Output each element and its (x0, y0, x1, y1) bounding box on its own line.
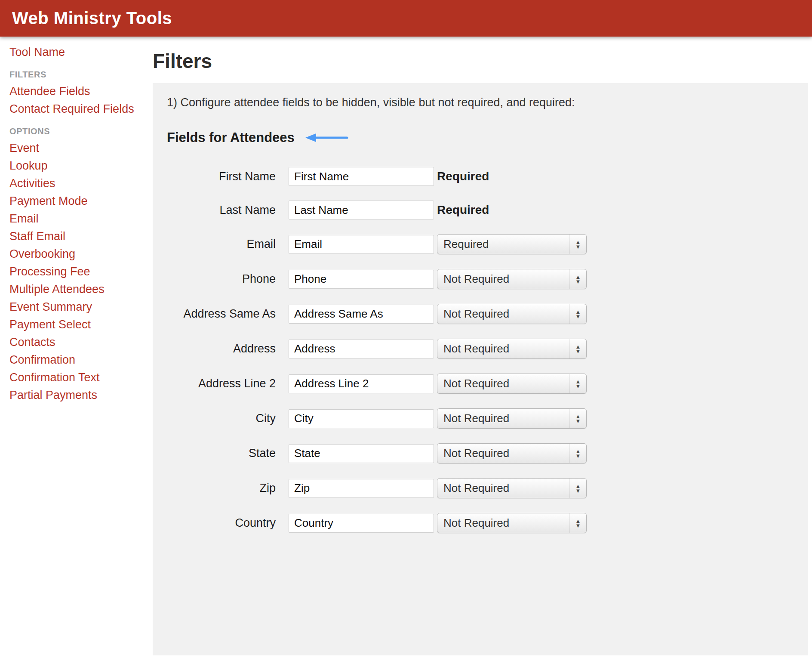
instruction-text: 1) Configure attendee fields to be hidde… (167, 96, 790, 109)
select-stepper-icon: ▲▼ (569, 479, 586, 498)
sidebar-item-staff-email[interactable]: Staff Email (9, 228, 148, 245)
attendee-field-row: City Not Required▲▼ (167, 408, 790, 429)
select-stepper-icon: ▲▼ (569, 304, 586, 324)
attendee-field-row: Email Required▲▼ (167, 234, 790, 254)
input-address-line-2[interactable] (289, 374, 434, 393)
sidebar-item-payment-select[interactable]: Payment Select (9, 316, 148, 334)
field-status: Not Required▲▼ (437, 304, 587, 324)
field-label: City (167, 412, 276, 425)
sidebar-item-partial-payments[interactable]: Partial Payments (9, 386, 148, 404)
select-stepper-icon: ▲▼ (569, 269, 586, 289)
app-header: Web Ministry Tools (0, 0, 812, 37)
required-select-zip[interactable]: Not Required▲▼ (437, 478, 587, 498)
field-status: Required (437, 170, 489, 183)
required-select-country[interactable]: Not Required▲▼ (437, 513, 587, 533)
field-label: Last Name (167, 204, 276, 217)
required-select-address[interactable]: Not Required▲▼ (437, 339, 587, 359)
attendee-field-row: Zip Not Required▲▼ (167, 478, 790, 498)
sidebar-item-contacts[interactable]: Contacts (9, 334, 148, 351)
required-label: Required (437, 203, 489, 217)
select-value: Not Required (443, 307, 569, 321)
sidebar-item-confirmation[interactable]: Confirmation (9, 351, 148, 369)
sidebar-item-contact-required-fields[interactable]: Contact Required Fields (9, 100, 148, 118)
select-value: Not Required (443, 412, 569, 425)
sidebar-heading-filters: FILTERS (9, 70, 148, 80)
attendee-field-row: Last Name Required (167, 201, 790, 219)
attendee-field-row: Country Not Required▲▼ (167, 513, 790, 533)
input-zip[interactable] (289, 479, 434, 498)
attendee-field-row: State Not Required▲▼ (167, 443, 790, 463)
attendee-field-row: Address Line 2 Not Required▲▼ (167, 374, 790, 394)
attendee-field-row: Phone Not Required▲▼ (167, 269, 790, 289)
sidebar-item-activities[interactable]: Activities (9, 175, 148, 192)
field-label: Address Same As (167, 307, 276, 321)
select-value: Not Required (443, 272, 569, 286)
left-arrow-icon (304, 132, 349, 143)
sidebar-heading-options: OPTIONS (9, 127, 148, 136)
input-phone[interactable] (289, 270, 434, 289)
input-last-name[interactable] (289, 201, 434, 219)
select-value: Not Required (443, 516, 569, 530)
attendee-field-row: First Name Required (167, 167, 790, 186)
input-state[interactable] (289, 444, 434, 463)
filters-panel: 1) Configure attendee fields to be hidde… (153, 83, 808, 655)
select-value: Required (443, 238, 569, 251)
input-country[interactable] (289, 514, 434, 533)
required-select-address-line-2[interactable]: Not Required▲▼ (437, 374, 587, 394)
sidebar-item-email[interactable]: Email (9, 210, 148, 228)
required-select-phone[interactable]: Not Required▲▼ (437, 269, 587, 289)
sidebar: Tool Name FILTERS Attendee FieldsContact… (0, 37, 153, 661)
field-status: Not Required▲▼ (437, 374, 587, 394)
input-email[interactable] (289, 235, 434, 254)
field-label: Address Line 2 (167, 377, 276, 390)
select-stepper-icon: ▲▼ (569, 513, 586, 533)
sidebar-item-overbooking[interactable]: Overbooking (9, 245, 148, 263)
sidebar-item-tool-name[interactable]: Tool Name (9, 43, 148, 61)
required-select-state[interactable]: Not Required▲▼ (437, 443, 587, 463)
sidebar-item-lookup[interactable]: Lookup (9, 157, 148, 175)
select-stepper-icon: ▲▼ (569, 409, 586, 428)
attendee-field-row: Address Not Required▲▼ (167, 339, 790, 359)
sidebar-section-list: Attendee FieldsContact Required Fields (9, 83, 148, 118)
field-status: Not Required▲▼ (437, 339, 587, 359)
section-heading-row: Fields for Attendees (167, 130, 790, 145)
sidebar-item-multiple-attendees[interactable]: Multiple Attendees (9, 281, 148, 298)
sidebar-item-event-summary[interactable]: Event Summary (9, 298, 148, 316)
input-first-name[interactable] (289, 167, 434, 186)
sidebar-item-processing-fee[interactable]: Processing Fee (9, 263, 148, 281)
field-label: Country (167, 516, 276, 530)
main-content: Filters 1) Configure attendee fields to … (153, 37, 812, 661)
select-stepper-icon: ▲▼ (569, 235, 586, 254)
field-label: Phone (167, 272, 276, 286)
field-label: Zip (167, 482, 276, 495)
field-status: Required▲▼ (437, 234, 587, 254)
sidebar-section: FILTERS Attendee FieldsContact Required … (9, 70, 148, 118)
required-select-address-same-as[interactable]: Not Required▲▼ (437, 304, 587, 324)
required-select-city[interactable]: Not Required▲▼ (437, 408, 587, 429)
field-status: Not Required▲▼ (437, 269, 587, 289)
sidebar-item-payment-mode[interactable]: Payment Mode (9, 192, 148, 210)
section-heading: Fields for Attendees (167, 130, 295, 145)
select-stepper-icon: ▲▼ (569, 444, 586, 463)
field-label: Address (167, 342, 276, 355)
attendee-fields-list: First Name Required Last Name Required E… (167, 167, 790, 533)
field-label: First Name (167, 170, 276, 183)
required-label: Required (437, 170, 489, 183)
page: Web Ministry Tools Tool Name FILTERS Att… (0, 0, 812, 37)
sidebar-sections: FILTERS Attendee FieldsContact Required … (9, 70, 148, 404)
attendee-field-row: Address Same As Not Required▲▼ (167, 304, 790, 324)
page-title: Filters (153, 49, 812, 73)
sidebar-section: OPTIONS EventLookupActivitiesPayment Mod… (9, 127, 148, 404)
input-city[interactable] (289, 409, 434, 428)
sidebar-item-event[interactable]: Event (9, 139, 148, 157)
sidebar-item-confirmation-text[interactable]: Confirmation Text (9, 369, 148, 386)
select-stepper-icon: ▲▼ (569, 339, 586, 358)
app-title: Web Ministry Tools (12, 9, 172, 28)
required-select-email[interactable]: Required▲▼ (437, 234, 587, 254)
field-status: Not Required▲▼ (437, 408, 587, 429)
sidebar-item-attendee-fields[interactable]: Attendee Fields (9, 83, 148, 100)
input-address-same-as[interactable] (289, 305, 434, 324)
select-value: Not Required (443, 447, 569, 460)
input-address[interactable] (289, 340, 434, 358)
field-status: Not Required▲▼ (437, 443, 587, 463)
